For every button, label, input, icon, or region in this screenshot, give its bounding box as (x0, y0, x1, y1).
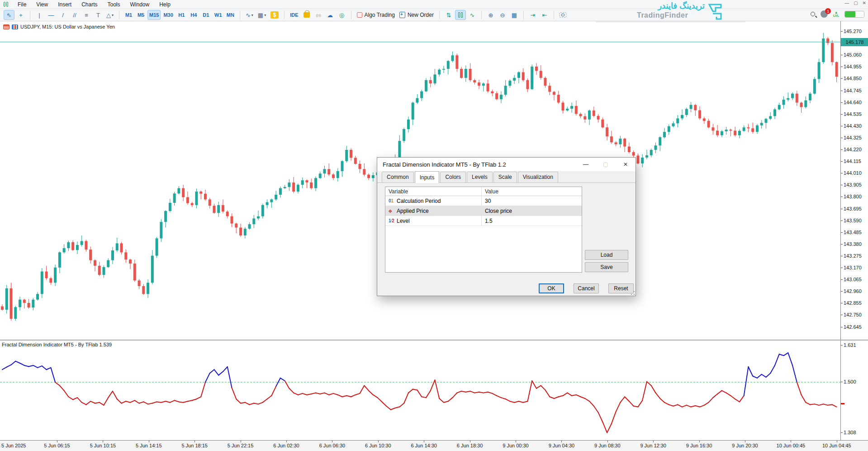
table-row[interactable]: ◆Applied PriceClose price (385, 206, 582, 216)
time-tick (57, 441, 57, 442)
table-row[interactable]: 1⁄2Level1.5 (385, 216, 582, 226)
menu-charts[interactable]: Charts (76, 0, 102, 9)
tab-common[interactable]: Common (382, 172, 414, 182)
line-chart-button[interactable]: ∿ (467, 10, 478, 20)
ide-button[interactable]: IDE (288, 10, 300, 20)
market-button[interactable] (301, 10, 312, 20)
indicator-window-dropdown[interactable]: ▦▾ (256, 10, 268, 20)
crosshair-tool[interactable]: + (15, 10, 26, 20)
time-label: 9 Jun 08:30 (594, 443, 621, 448)
timeframe-m1[interactable]: M1 (123, 10, 134, 20)
candle-chart-button[interactable] (455, 10, 466, 20)
ok-button[interactable]: OK (539, 283, 564, 293)
menu-view[interactable]: View (31, 0, 53, 9)
app-maximize-icon[interactable]: ▢ (854, 0, 858, 5)
shift-left-button[interactable]: ⇤ (539, 10, 550, 20)
menu-insert[interactable]: Insert (53, 0, 76, 9)
fdi-indicator-chart[interactable] (0, 341, 840, 438)
cursor-tool[interactable]: ⇖ (4, 10, 14, 20)
input-value-cell[interactable]: 30 (482, 198, 582, 204)
text-tool-icon: T (96, 12, 100, 19)
price-scale[interactable]: 145.270145.165145.060144.955144.850144.7… (840, 21, 868, 440)
tile-windows-button[interactable]: ▦ (509, 10, 520, 20)
vertical-line-tool[interactable]: | (34, 10, 45, 20)
algo-trading-button[interactable]: Algo Trading (355, 10, 397, 20)
timeframe-h1[interactable]: H1 (176, 10, 187, 20)
depth-of-market-icon[interactable] (3, 24, 9, 29)
time-scale[interactable]: 5 Jun 20255 Jun 06:155 Jun 10:155 Jun 14… (0, 440, 868, 451)
profile-avatar[interactable]: 1 (821, 10, 828, 18)
price-label: 144.640 (844, 100, 862, 105)
reset-button[interactable]: Reset (608, 283, 634, 293)
time-label: 9 Jun 12:30 (640, 443, 666, 448)
vps-button-icon: ◎ (339, 12, 344, 19)
zoom-in-button[interactable]: ⊕ (485, 10, 496, 20)
time-label: 6 Jun 02:30 (273, 443, 299, 448)
timeframe-m5[interactable]: M5 (135, 10, 147, 20)
shift-right-button[interactable]: ⇥ (527, 10, 538, 20)
vertical-line-tool-icon: | (38, 12, 40, 19)
toolbar-group-chart-modes: ⇅∿ (440, 9, 481, 21)
menu-tools[interactable]: Tools (103, 0, 125, 9)
window-splitter[interactable] (0, 340, 868, 341)
menu-help[interactable]: Help (154, 0, 175, 9)
app-minimize-icon[interactable]: — (844, 0, 849, 5)
shapes-tool[interactable]: △▾ (104, 10, 115, 20)
tab-inputs[interactable]: Inputs (415, 171, 440, 183)
shift-left-button-icon: ⇤ (542, 12, 547, 19)
vps-button[interactable]: ◎ (337, 10, 347, 20)
price-label: 144.010 (844, 170, 862, 176)
one-click-trading-icon[interactable] (12, 24, 18, 29)
timeframe-w1[interactable]: W1 (213, 10, 224, 20)
text-tool[interactable]: T (93, 10, 104, 20)
cancel-button[interactable]: Cancel (574, 283, 599, 293)
timeframe-d1[interactable]: D1 (200, 10, 212, 20)
time-label: 9 Jun 04:30 (549, 443, 575, 448)
tab-scale[interactable]: Scale (493, 172, 517, 182)
dialog-resize-grip[interactable] (631, 291, 635, 295)
search-icon[interactable] (811, 12, 815, 16)
dialog-title-bar[interactable]: Fractal Dimension Indicator MT5 - By TFl… (377, 158, 636, 171)
line-chart-button-icon: ∿ (470, 12, 474, 19)
time-label: 9 Jun 00:30 (503, 443, 529, 448)
tradingfinder-logo-farsi: تریدینگ فایندر (637, 1, 705, 11)
screenshot-button[interactable] (558, 10, 569, 20)
table-row[interactable]: 01Calculation Period30 (385, 196, 582, 206)
timeframe-mn[interactable]: MN (225, 10, 236, 20)
cloud-button[interactable]: ☁ (325, 10, 336, 20)
menu-file[interactable]: File (13, 0, 31, 9)
load-button[interactable]: Load (585, 250, 628, 260)
tick-chart-button[interactable]: ⇅ (443, 10, 454, 20)
tab-levels[interactable]: Levels (467, 172, 493, 182)
zoom-out-button[interactable]: ⊖ (497, 10, 508, 20)
app-close-icon[interactable]: ✕ (863, 0, 866, 5)
price-label: 143.170 (844, 265, 862, 270)
time-label: 6 Jun 18:30 (457, 443, 483, 448)
time-label: 9 Jun 16:30 (686, 443, 712, 448)
channel-tool[interactable]: // (69, 10, 80, 20)
time-tick (791, 441, 791, 442)
timeframe-m30[interactable]: M30 (161, 10, 175, 20)
new-order-button[interactable]: New Order (398, 10, 436, 20)
horizontal-line-tool[interactable]: — (46, 10, 57, 20)
dialog-minimize-button[interactable]: — (576, 158, 596, 171)
input-value-cell[interactable]: 1.5 (482, 218, 582, 224)
fibonacci-tool[interactable]: ≡ (81, 10, 92, 20)
menu-window[interactable]: Window (125, 0, 155, 9)
tab-visualization[interactable]: Visualization (518, 172, 558, 182)
timeframe-h4[interactable]: H4 (188, 10, 199, 20)
price-label: 143.800 (844, 194, 862, 199)
currency-button[interactable]: $ (269, 10, 280, 20)
timeframe-m15[interactable]: M15 (147, 10, 161, 20)
indicators-dropdown[interactable]: ∿▾ (244, 10, 255, 20)
input-value-cell[interactable]: Close price (482, 208, 582, 214)
tab-colors[interactable]: Colors (440, 172, 466, 182)
price-label: 144.430 (844, 123, 862, 129)
save-button[interactable]: Save (585, 262, 628, 272)
signals-button[interactable]: ((o)) (313, 10, 324, 20)
input-variable-label: Level (397, 218, 410, 224)
chevron-down-icon: ▾ (112, 13, 114, 17)
market-bag-icon (304, 12, 310, 18)
trendline-tool[interactable]: / (57, 10, 68, 20)
dialog-close-button[interactable]: ✕ (616, 158, 636, 171)
